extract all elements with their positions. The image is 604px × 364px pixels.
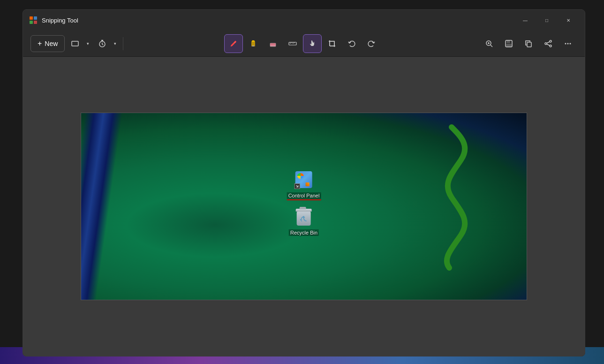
shortcut-arrow (294, 183, 300, 189)
svg-rect-30 (507, 40, 510, 43)
new-icon: + (38, 39, 42, 48)
recycle-bin-lid (296, 209, 312, 212)
timer-button[interactable] (94, 34, 111, 53)
title-bar-controls: — □ ✕ (514, 13, 579, 28)
canvas-area: Control Panel (23, 57, 585, 356)
toolbar: + New ▾ (23, 30, 585, 57)
svg-point-40 (570, 43, 571, 44)
recycle-bin-label: Recycle Bin (289, 229, 319, 236)
undo-button[interactable] (342, 34, 361, 53)
svg-line-37 (547, 44, 550, 46)
title-bar: Snipping Tool — □ ✕ (23, 10, 585, 30)
snipping-tool-window: Snipping Tool — □ ✕ + New ▾ (23, 9, 585, 356)
svg-rect-32 (527, 42, 531, 47)
svg-rect-13 (270, 45, 276, 46)
svg-point-38 (565, 43, 566, 44)
svg-rect-31 (506, 44, 511, 46)
svg-rect-10 (252, 46, 254, 46)
svg-point-39 (567, 43, 569, 44)
control-panel-icon-image (294, 170, 313, 189)
toolbar-right (480, 34, 577, 53)
red-underline (287, 199, 321, 200)
highlighter-button[interactable] (244, 34, 263, 53)
snip-mode-button[interactable] (67, 34, 83, 53)
copy-button[interactable] (519, 34, 538, 53)
svg-rect-0 (30, 16, 33, 20)
ruler-button[interactable] (283, 34, 302, 53)
maximize-button[interactable]: □ (536, 13, 558, 28)
close-button[interactable]: ✕ (558, 13, 579, 28)
snip-mode-dropdown[interactable]: ▾ (83, 34, 92, 53)
recycle-bin-body (297, 212, 311, 226)
toolbar-center (127, 34, 478, 53)
recycle-bin-icon[interactable]: Recycle Bin (289, 209, 319, 236)
control-panel-label-container: Control Panel (287, 191, 321, 199)
control-panel-icon[interactable]: Control Panel (287, 170, 321, 199)
app-icon (29, 15, 38, 25)
svg-line-36 (547, 42, 550, 43)
svg-line-26 (491, 45, 492, 47)
save-button[interactable] (499, 34, 518, 53)
pen-tool-button[interactable] (224, 34, 243, 53)
svg-marker-11 (251, 40, 255, 42)
svg-rect-2 (30, 21, 33, 24)
toolbar-left: + New ▾ (30, 34, 119, 53)
crop-button[interactable] (323, 34, 341, 53)
svg-rect-4 (72, 41, 78, 46)
screenshot-background: Control Panel (81, 113, 527, 300)
svg-point-35 (550, 45, 551, 47)
redo-button[interactable] (362, 34, 381, 53)
touch-tool-button[interactable] (303, 34, 322, 53)
control-panel-label: Control Panel (287, 192, 321, 199)
svg-point-33 (550, 40, 551, 42)
desktop-icons: Control Panel (287, 170, 321, 236)
new-label: New (45, 40, 58, 47)
new-button[interactable]: + New (30, 35, 65, 52)
screenshot-container: Control Panel (81, 113, 527, 300)
recycle-bin-icon-image (295, 209, 313, 228)
svg-point-34 (545, 43, 547, 45)
svg-rect-22 (330, 41, 334, 46)
title-bar-left: Snipping Tool (29, 15, 78, 25)
more-options-button[interactable] (559, 34, 577, 53)
timer-dropdown[interactable]: ▾ (111, 34, 119, 53)
blue-diagonal-strip (81, 113, 122, 300)
share-button[interactable] (539, 34, 558, 53)
timer-group[interactable]: ▾ (94, 34, 119, 53)
svg-rect-3 (34, 21, 37, 24)
zoom-in-button[interactable] (480, 34, 498, 53)
eraser-button[interactable] (264, 34, 282, 53)
minimize-button[interactable]: — (514, 13, 536, 28)
toolbar-divider-1 (123, 37, 123, 50)
app-title: Snipping Tool (42, 17, 78, 24)
green-squiggle (423, 122, 480, 273)
snip-mode-group[interactable]: ▾ (67, 34, 92, 53)
svg-rect-1 (34, 16, 37, 20)
